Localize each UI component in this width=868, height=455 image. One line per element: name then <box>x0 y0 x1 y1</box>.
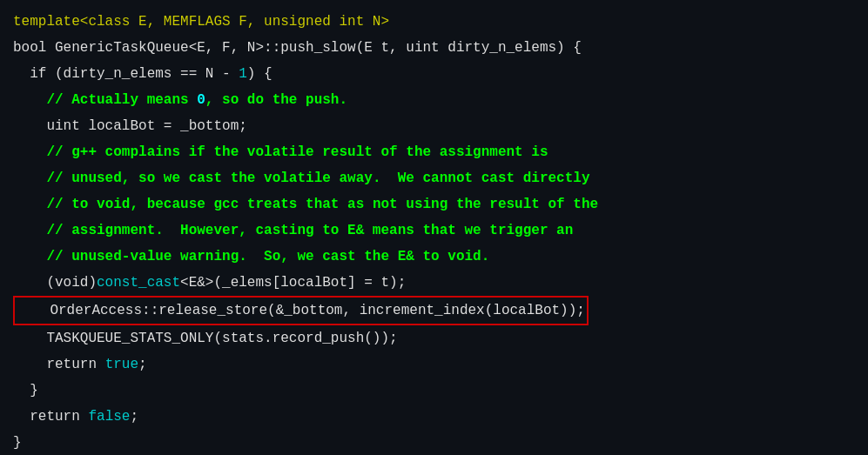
code-line-4: // Actually means 0, so do the push. <box>13 87 855 113</box>
code-line-8: // to void, because gcc treats that as n… <box>13 191 855 217</box>
code-line-9: // assignment. However, casting to E& me… <box>13 217 855 244</box>
code-line-17: } <box>13 430 855 455</box>
code-line-2: bool GenericTaskQueue<E, F, N>::push_slo… <box>13 35 855 61</box>
code-line-16: return false; <box>13 404 855 430</box>
code-line-6: // g++ complains if the volatile result … <box>13 139 855 165</box>
code-line-5: uint localBot = _bottom; <box>13 113 855 139</box>
code-line-14: return true; <box>13 351 855 378</box>
code-editor: template<class E, MEMFLAGS F, unsigned i… <box>0 0 868 455</box>
code-line-1: template<class E, MEMFLAGS F, unsigned i… <box>13 9 855 35</box>
code-line-12: OrderAccess::release_store(&_bottom, inc… <box>13 296 855 325</box>
code-block: template<class E, MEMFLAGS F, unsigned i… <box>13 9 855 455</box>
code-line-11: (void)const_cast<E&>(_elems[localBot] = … <box>13 270 855 296</box>
code-line-7: // unused, so we cast the volatile away.… <box>13 165 855 191</box>
code-line-3: if (dirty_n_elems == N - 1) { <box>13 61 855 87</box>
code-line-10: // unused-value warning. So, we cast the… <box>13 244 855 270</box>
code-line-15: } <box>13 378 855 404</box>
code-line-13: TASKQUEUE_STATS_ONLY(stats.record_push()… <box>13 325 855 351</box>
